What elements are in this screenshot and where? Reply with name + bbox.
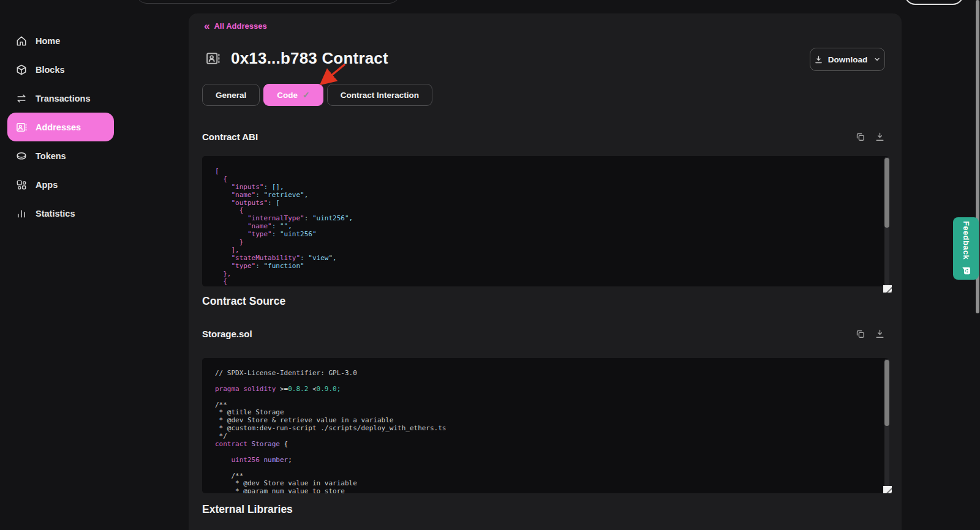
- search-input[interactable]: [137, 0, 399, 4]
- source-scrollbar-thumb[interactable]: [884, 360, 889, 426]
- sidebar-item-label: Home: [36, 36, 60, 46]
- sidebar: Home Blocks Transactions Addresses Token…: [0, 26, 189, 228]
- contract-card-icon: [205, 51, 221, 66]
- main-panel: « All Addresses 0x13...b783 Contract Dow…: [189, 13, 902, 530]
- source-resize-handle[interactable]: [883, 486, 892, 493]
- feedback-chat-icon: [961, 266, 971, 276]
- tab-contract-interaction[interactable]: Contract Interaction: [327, 84, 432, 106]
- download-icon: [814, 55, 823, 64]
- tab-code-label: Code: [277, 91, 298, 100]
- tab-general[interactable]: General: [202, 84, 260, 106]
- abi-resize-handle[interactable]: [883, 285, 892, 293]
- addresses-icon: [15, 121, 28, 133]
- tab-code[interactable]: Code ✓: [263, 84, 323, 106]
- check-icon: ✓: [303, 90, 310, 100]
- tokens-icon: [15, 150, 28, 162]
- download-button-label: Download: [828, 55, 868, 64]
- sidebar-item-home[interactable]: Home: [7, 26, 114, 55]
- apps-icon: [15, 179, 28, 191]
- chevron-down-icon: [873, 56, 881, 63]
- download-icon[interactable]: [875, 132, 885, 142]
- sidebar-item-label: Blocks: [36, 65, 65, 75]
- double-chevron-left-icon: «: [204, 21, 209, 31]
- feedback-label: Feedback: [962, 221, 971, 259]
- statistics-icon: [15, 207, 28, 220]
- abi-scrollbar-track[interactable]: [884, 157, 889, 286]
- transactions-icon: [15, 92, 28, 105]
- sidebar-item-addresses[interactable]: Addresses: [7, 113, 114, 141]
- sidebar-item-statistics[interactable]: Statistics: [7, 199, 114, 228]
- sidebar-item-label: Tokens: [36, 151, 66, 161]
- sidebar-item-label: Transactions: [36, 94, 90, 103]
- copy-icon[interactable]: [855, 132, 865, 142]
- abi-actions: [855, 132, 885, 142]
- blocks-icon: [15, 64, 28, 76]
- feedback-button[interactable]: Feedback: [953, 217, 979, 280]
- page-title: 0x13...b783 Contract: [231, 49, 388, 68]
- download-icon[interactable]: [875, 329, 885, 339]
- download-button[interactable]: Download: [810, 48, 885, 71]
- breadcrumb-label: All Addresses: [214, 21, 266, 31]
- section-title-external-libraries: External Libraries: [202, 503, 293, 516]
- home-icon: [15, 35, 28, 47]
- sidebar-item-blocks[interactable]: Blocks: [7, 55, 114, 84]
- tab-general-label: General: [216, 91, 246, 100]
- source-file-title: Storage.sol: [202, 329, 252, 339]
- sidebar-item-transactions[interactable]: Transactions: [7, 84, 114, 113]
- abi-scrollbar-thumb[interactable]: [884, 158, 889, 228]
- section-title-contract-abi: Contract ABI: [202, 132, 258, 142]
- title-row: 0x13...b783 Contract: [205, 49, 388, 68]
- source-scrollbar-track[interactable]: [884, 359, 889, 493]
- sidebar-item-label: Statistics: [36, 209, 75, 218]
- connect-button[interactable]: [905, 0, 963, 5]
- sidebar-item-label: Addresses: [36, 122, 81, 132]
- sidebar-item-label: Apps: [36, 180, 58, 190]
- sidebar-item-apps[interactable]: Apps: [7, 170, 114, 199]
- copy-icon[interactable]: [855, 329, 865, 339]
- sidebar-item-tokens[interactable]: Tokens: [7, 141, 114, 170]
- contract-abi-code[interactable]: [ { "inputs": [], "name": "retrieve", "o…: [202, 156, 889, 286]
- breadcrumb[interactable]: « All Addresses: [204, 18, 267, 33]
- tab-bar: General Code ✓ Contract Interaction: [202, 84, 432, 106]
- section-title-contract-source: Contract Source: [202, 295, 285, 308]
- source-actions: [855, 329, 885, 339]
- tab-contract-interaction-label: Contract Interaction: [341, 91, 419, 100]
- contract-source-code[interactable]: // SPDX-License-Identifier: GPL-3.0 prag…: [202, 358, 889, 493]
